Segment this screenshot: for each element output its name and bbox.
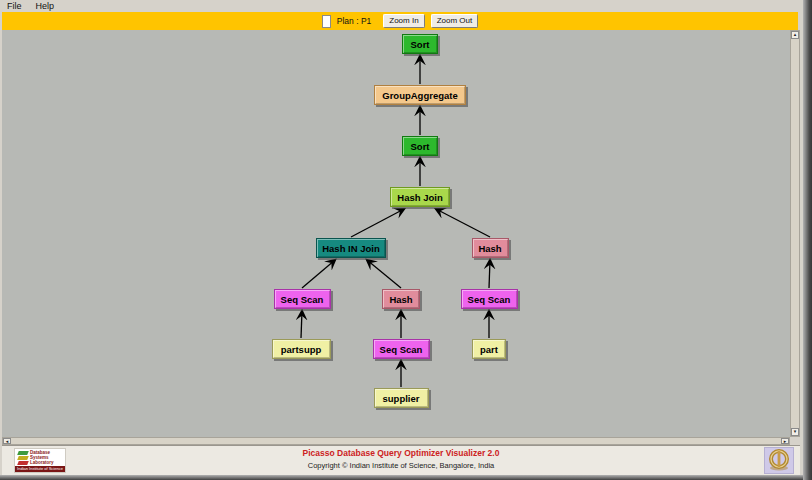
plan-label: Plan : P1: [337, 16, 372, 26]
zoom-out-button[interactable]: Zoom Out: [431, 14, 479, 28]
menu-bar: File Help: [0, 0, 803, 12]
zoom-in-button[interactable]: Zoom In: [383, 14, 424, 28]
window-shadow-bottom: [0, 475, 803, 480]
scroll-right-icon[interactable]: ▸: [781, 438, 789, 444]
toolbar: Plan : P1 Zoom In Zoom Out: [2, 12, 798, 30]
picasso-ring-icon: [764, 447, 794, 474]
plan-node-group-aggregate[interactable]: GroupAggregate: [374, 85, 466, 105]
plan-color-swatch: [322, 15, 331, 28]
app-window: File Help Plan : P1 Zoom In Zoom Out Sor…: [0, 0, 803, 475]
copyright-text: Copyright © Indian Institute of Science,…: [2, 461, 800, 470]
plan-node-supplier[interactable]: supplier: [374, 388, 429, 408]
plan-node-hash-join[interactable]: Hash Join: [390, 187, 450, 207]
horizontal-scrollbar[interactable]: ◂ ▸: [2, 437, 790, 445]
scroll-down-icon[interactable]: ▾: [791, 428, 799, 436]
scroll-left-icon[interactable]: ◂: [3, 438, 11, 444]
plan-node-part[interactable]: part: [472, 339, 506, 359]
plan-node-hash-in-join[interactable]: Hash IN Join: [316, 238, 386, 258]
status-bar: Database Systems Laboratory Indian Insti…: [2, 445, 800, 475]
plan-node-sort-mid[interactable]: Sort: [402, 136, 438, 156]
plan-node-partsupp[interactable]: partsupp: [272, 339, 331, 359]
plan-node-hash-mid[interactable]: Hash: [382, 289, 420, 309]
plan-node-hash-right[interactable]: Hash: [472, 238, 509, 258]
app-title: Picasso Database Query Optimizer Visuali…: [2, 448, 800, 458]
plan-node-seq-scan-mid[interactable]: Seq Scan: [373, 339, 430, 359]
scroll-up-icon[interactable]: ▴: [791, 31, 799, 39]
window-shadow-right: [803, 0, 812, 480]
plan-node-seq-scan-left[interactable]: Seq Scan: [274, 289, 331, 309]
menu-help[interactable]: Help: [29, 1, 62, 11]
plan-node-seq-scan-right[interactable]: Seq Scan: [461, 289, 518, 309]
menu-file[interactable]: File: [0, 1, 29, 11]
vertical-scrollbar[interactable]: ▴ ▾: [790, 30, 800, 437]
plan-node-sort-top[interactable]: Sort: [402, 34, 438, 54]
